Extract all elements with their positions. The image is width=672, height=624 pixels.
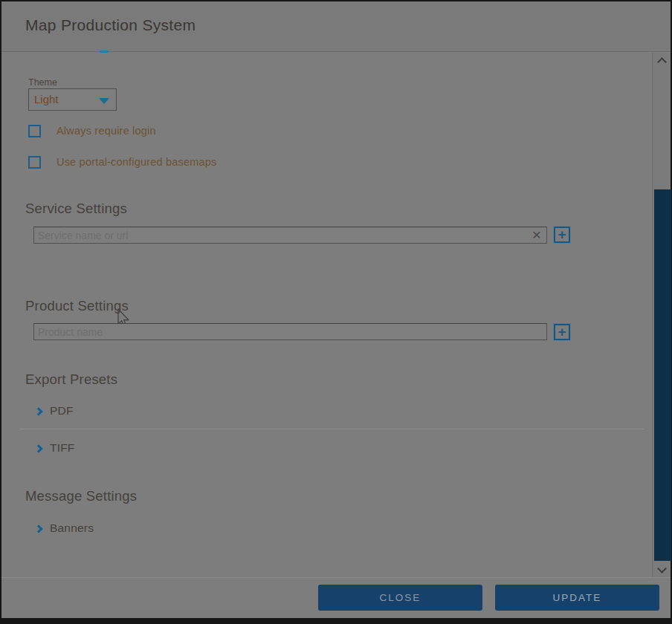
dialog-header: Map Production System — [1, 1, 671, 52]
service-settings-heading: Service Settings — [25, 201, 127, 217]
scroll-down-icon[interactable] — [657, 564, 667, 573]
product-settings-heading: Product Settings — [25, 298, 129, 314]
banners-expander[interactable]: Banners — [36, 521, 94, 536]
theme-select-value: Light — [34, 93, 59, 105]
theme-select[interactable]: Light — [28, 88, 117, 111]
scrollbar-thumb[interactable] — [654, 189, 671, 561]
portal-basemaps-row: Use portal-configured basemaps — [28, 155, 217, 169]
pdf-expander[interactable]: PDF — [36, 403, 74, 418]
expander-label: PDF — [50, 404, 74, 417]
service-name-input[interactable] — [33, 227, 547, 244]
scroll-up-icon[interactable] — [657, 57, 667, 67]
checkbox-label: Use portal-configured basemaps — [56, 156, 217, 168]
page-title: Map Production System — [25, 16, 196, 34]
vertical-scrollbar[interactable] — [652, 53, 671, 579]
add-product-button[interactable]: + — [554, 324, 570, 340]
dialog-footer: CLOSE UPDATE — [1, 577, 671, 618]
dialog-content: Theme Light Always require login Use por… — [1, 53, 652, 577]
chevron-down-icon — [99, 98, 109, 104]
message-settings-heading: Message Settings — [25, 488, 137, 504]
export-presets-heading: Export Presets — [25, 371, 117, 388]
map-production-dialog: Map Production System Theme Light Always… — [1, 1, 671, 618]
chevron-right-icon — [34, 444, 42, 452]
divider — [19, 429, 644, 429]
checkbox-label: Always require login — [56, 125, 156, 137]
chevron-right-icon — [34, 524, 42, 533]
always-require-login-row: Always require login — [28, 124, 156, 137]
chevron-right-icon — [34, 407, 42, 415]
update-button[interactable]: UPDATE — [495, 585, 659, 611]
product-name-input[interactable] — [33, 323, 547, 340]
add-service-button[interactable]: + — [554, 227, 570, 243]
clear-icon[interactable]: × — [528, 226, 546, 244]
expander-label: TIFF — [50, 441, 75, 455]
tiff-expander[interactable]: TIFF — [36, 441, 75, 455]
always-require-login-checkbox[interactable] — [28, 125, 41, 137]
theme-label: Theme — [28, 77, 57, 88]
close-button[interactable]: CLOSE — [318, 585, 482, 611]
portal-basemaps-checkbox[interactable] — [28, 156, 41, 169]
expander-label: Banners — [50, 521, 94, 535]
